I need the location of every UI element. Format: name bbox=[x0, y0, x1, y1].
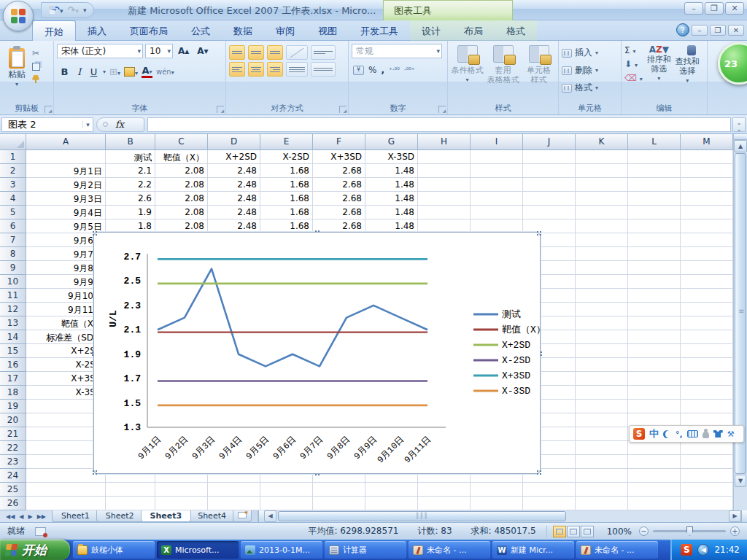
cell-E4[interactable]: 1.68 bbox=[260, 192, 313, 206]
cell-B4[interactable]: 2.6 bbox=[106, 192, 155, 206]
number-format-combo[interactable]: 常规 ▾ bbox=[352, 44, 442, 58]
ime-language-mode-button[interactable]: 中 bbox=[649, 427, 659, 440]
cell-C2[interactable]: 2.08 bbox=[155, 164, 208, 178]
redo-button[interactable]: ↷▾ bbox=[67, 5, 78, 16]
cell-I3[interactable] bbox=[471, 178, 523, 192]
cell-L16[interactable] bbox=[628, 358, 681, 372]
autosum-button[interactable]: Σ ▾ bbox=[624, 45, 643, 55]
tab-developer[interactable]: 开发工具 bbox=[349, 20, 410, 41]
cell-styles-button[interactable]: 单元格 样式 bbox=[522, 45, 555, 101]
tab-chart-design[interactable]: 设计 bbox=[410, 20, 452, 41]
cell-I4[interactable] bbox=[471, 192, 523, 206]
align-middle-button[interactable] bbox=[248, 45, 264, 60]
cell-M2[interactable] bbox=[681, 164, 733, 178]
tab-data[interactable]: 数据 bbox=[222, 20, 264, 41]
cell-L8[interactable] bbox=[628, 247, 681, 261]
horizontal-scroll-thumb[interactable]: ║║║ bbox=[278, 511, 566, 521]
align-right-button[interactable] bbox=[267, 62, 283, 77]
office-button[interactable] bbox=[3, 1, 34, 31]
taskbar-task-4[interactable]: 未命名 - ... bbox=[409, 541, 490, 559]
row-header-22[interactable]: 22 bbox=[0, 441, 26, 455]
ime-tools-icon[interactable]: ⚒ bbox=[727, 429, 735, 439]
row-header-14[interactable]: 14 bbox=[0, 330, 26, 344]
row-header-7[interactable]: 7 bbox=[0, 233, 26, 247]
chart-handle-e[interactable] bbox=[539, 350, 543, 357]
zoom-level[interactable]: 100% bbox=[600, 526, 639, 537]
cell-J5[interactable] bbox=[523, 206, 576, 219]
cell-L1[interactable] bbox=[628, 150, 681, 164]
row-header-9[interactable]: 9 bbox=[0, 261, 26, 275]
cell-M19[interactable] bbox=[681, 400, 733, 413]
increase-decimal-button[interactable]: ⁺·⁰⁰ bbox=[389, 66, 400, 74]
cell-K24[interactable] bbox=[576, 469, 628, 483]
cell-K26[interactable] bbox=[576, 497, 628, 510]
font-size-combo[interactable]: 10 ▾ bbox=[145, 44, 173, 58]
scroll-right-button[interactable]: ▶ bbox=[729, 510, 741, 522]
row-header-25[interactable]: 25 bbox=[0, 483, 26, 497]
row-header-4[interactable]: 4 bbox=[0, 192, 26, 206]
cell-L25[interactable] bbox=[628, 483, 681, 497]
wrap-text-button[interactable] bbox=[311, 45, 336, 60]
cell-G25[interactable] bbox=[365, 483, 418, 497]
cell-G26[interactable] bbox=[365, 497, 418, 510]
cell-K25[interactable] bbox=[576, 483, 628, 497]
cell-K21[interactable] bbox=[576, 427, 628, 441]
sogou-tray-icon[interactable]: S bbox=[681, 544, 692, 556]
row-header-21[interactable]: 21 bbox=[0, 427, 26, 441]
cell-I26[interactable] bbox=[471, 497, 523, 510]
page-break-view-button[interactable] bbox=[581, 526, 594, 537]
cell-B5[interactable]: 1.9 bbox=[106, 206, 155, 219]
paste-button[interactable]: 粘贴 ▾ bbox=[3, 45, 31, 98]
cell-E26[interactable] bbox=[260, 497, 313, 510]
cell-F2[interactable]: 2.68 bbox=[313, 164, 365, 178]
cell-K12[interactable] bbox=[576, 303, 628, 316]
shrink-font-button[interactable]: A▾ bbox=[194, 44, 211, 58]
taskbar-task-0[interactable]: 鼓槌小体 bbox=[73, 541, 155, 559]
cell-L11[interactable] bbox=[628, 289, 681, 303]
cell-L22[interactable] bbox=[628, 441, 681, 455]
tab-home[interactable]: 开始 bbox=[32, 20, 76, 41]
cell-K18[interactable] bbox=[576, 386, 628, 400]
sheet-tab-sheet1[interactable]: Sheet1 bbox=[52, 510, 99, 522]
cell-J25[interactable] bbox=[523, 483, 576, 497]
chart-handle-ne[interactable] bbox=[535, 230, 543, 237]
close-button[interactable]: ✕ bbox=[725, 2, 744, 15]
cell-C25[interactable] bbox=[155, 483, 208, 497]
cell-D5[interactable]: 2.48 bbox=[208, 206, 260, 219]
cell-L7[interactable] bbox=[628, 233, 681, 247]
row-header-3[interactable]: 3 bbox=[0, 178, 26, 192]
cell-I5[interactable] bbox=[471, 206, 523, 219]
taskbar-task-6[interactable]: 未命名 - ... bbox=[576, 541, 658, 559]
format-painter-button[interactable] bbox=[32, 75, 39, 83]
cell-K13[interactable] bbox=[576, 316, 628, 330]
cell-M11[interactable] bbox=[681, 289, 733, 303]
row-header-5[interactable]: 5 bbox=[0, 206, 26, 219]
taskbar-task-5[interactable]: W新建 Micr... bbox=[492, 541, 574, 559]
underline-dropdown[interactable]: ▾ bbox=[103, 69, 106, 75]
record-macro-button[interactable] bbox=[35, 527, 46, 536]
cell-M22[interactable] bbox=[681, 441, 733, 455]
name-box-dropdown[interactable]: ▾ bbox=[82, 121, 93, 128]
cell-M5[interactable] bbox=[681, 206, 733, 219]
cell-C5[interactable]: 2.08 bbox=[155, 206, 208, 219]
cell-F25[interactable] bbox=[313, 483, 365, 497]
row-header-26[interactable]: 26 bbox=[0, 497, 26, 510]
row-header-11[interactable]: 11 bbox=[0, 289, 26, 303]
cell-M25[interactable] bbox=[681, 483, 733, 497]
cell-K4[interactable] bbox=[576, 192, 628, 206]
cell-L5[interactable] bbox=[628, 206, 681, 219]
insert-function-button[interactable]: fx bbox=[115, 119, 124, 130]
align-center-button[interactable] bbox=[248, 62, 264, 77]
workbook-close-button[interactable]: ✕ bbox=[728, 25, 744, 36]
zoom-in-button[interactable]: + bbox=[730, 526, 740, 536]
column-header-B[interactable]: B bbox=[106, 134, 155, 150]
sogou-logo-icon[interactable]: S bbox=[633, 428, 645, 440]
cell-G2[interactable]: 1.48 bbox=[365, 164, 418, 178]
cell-K5[interactable] bbox=[576, 206, 628, 219]
formula-input[interactable] bbox=[147, 117, 731, 132]
cell-D4[interactable]: 2.48 bbox=[208, 192, 260, 206]
cell-A5[interactable]: 9月4日 bbox=[26, 206, 106, 219]
grow-font-button[interactable]: A▴ bbox=[175, 44, 192, 58]
cell-J26[interactable] bbox=[523, 497, 576, 510]
cell-B1[interactable]: 测试 bbox=[106, 150, 155, 164]
